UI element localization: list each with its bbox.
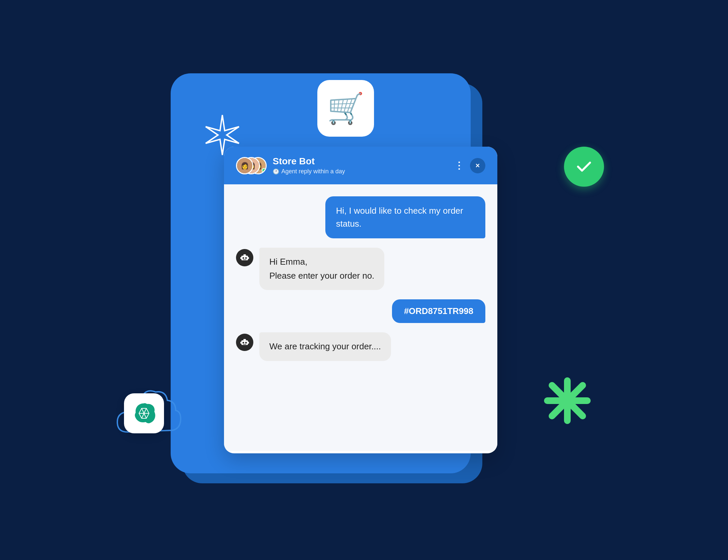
agent-reply-text: Agent reply within a day [281,168,345,175]
svg-rect-6 [248,257,249,259]
scene: 🛒 👩 👩 👩 [131,47,597,513]
cart-icon: 🛒 [327,91,364,126]
svg-rect-4 [243,259,246,260]
online-indicator [262,168,266,173]
message-bot-2: We are tracking your order.... [236,332,485,361]
bot-name: Store Bot [273,156,448,167]
svg-rect-1 [243,254,246,256]
chat-window: 👩 👩 👩 Store Bot 🕐 Agent reply within a d [224,147,497,453]
bubble-bot-2: We are tracking your order.... [259,332,391,361]
chat-header: 👩 👩 👩 Store Bot 🕐 Agent reply within a d [224,147,497,184]
bubble-user-1: Hi, I would like to check my order statu… [325,196,485,238]
header-info: Store Bot 🕐 Agent reply within a day [273,156,448,175]
message-user-2: #ORD8751TR998 [236,299,485,323]
svg-point-2 [243,257,244,259]
header-actions: ⋮ × [454,158,485,173]
svg-point-9 [243,342,244,344]
avatar-1: 👩 [236,157,253,174]
svg-rect-8 [243,339,246,340]
message-bot-1: Hi Emma,Please enter your order no. [236,248,485,290]
message-text-bot-1: Hi Emma,Please enter your order no. [269,257,374,281]
svg-point-10 [245,342,247,344]
main-card: 🛒 👩 👩 👩 [171,73,471,473]
svg-rect-12 [240,342,241,344]
green-asterisk-decoration [544,377,591,430]
message-text-user-1: Hi, I would like to check my order statu… [336,206,463,229]
chat-body: Hi, I would like to check my order statu… [224,184,497,451]
close-button[interactable]: × [470,158,485,173]
agent-reply-status: 🕐 Agent reply within a day [273,168,448,175]
bot-avatar-2 [236,334,253,351]
svg-rect-11 [243,344,246,345]
more-options-button[interactable]: ⋮ [454,160,465,171]
cart-icon-wrapper: 🛒 [317,80,374,137]
bubble-order-number: #ORD8751TR998 [392,299,485,323]
avatar-stack: 👩 👩 👩 [236,157,266,174]
clock-icon: 🕐 [273,168,279,175]
bot-avatar-1 [236,249,253,266]
message-user-1: Hi, I would like to check my order statu… [236,196,485,238]
svg-rect-5 [240,257,241,259]
bubble-bot-1: Hi Emma,Please enter your order no. [259,248,384,290]
green-check-badge [564,147,604,187]
starburst-decoration [201,113,244,158]
chatgpt-icon [124,393,164,433]
svg-rect-13 [248,342,249,344]
svg-point-3 [245,257,247,259]
